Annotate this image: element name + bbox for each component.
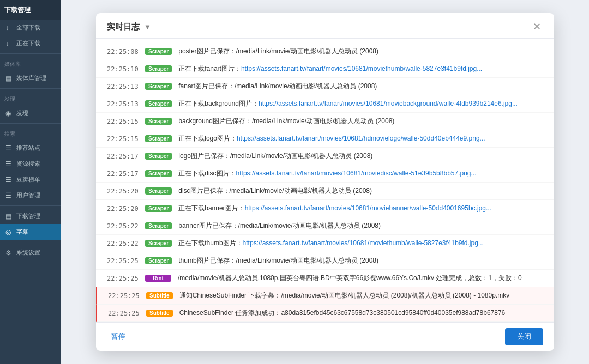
dialog-close-button[interactable]: ✕ <box>531 21 543 33</box>
sidebar-item-label: 发现 <box>16 109 28 117</box>
log-link[interactable]: https://assets.fanart.tv/fanart/movies/1… <box>243 239 484 247</box>
close-action-button[interactable]: 关闭 <box>505 328 543 345</box>
dialog-title-text: 实时日志 <box>107 22 140 32</box>
log-badge: Scraper <box>145 100 172 107</box>
log-row: 22:25:15 Scraper 正在下载logo图片：https://asse… <box>96 130 554 148</box>
pause-button[interactable]: 暂停 <box>107 330 130 344</box>
filter-icon[interactable]: ▼ <box>144 23 151 31</box>
log-row: 22:25:17 Scraper logo图片已保存：/media/Link/m… <box>96 148 554 165</box>
log-link[interactable]: https://assets.fanart.tv/fanart/movies/1… <box>236 169 477 177</box>
sidebar-divider-1 <box>0 53 61 54</box>
log-badge: Scraper <box>145 83 172 90</box>
subtitle-icon: ◎ <box>5 228 13 236</box>
dialog-title: 实时日志 ▼ <box>107 22 151 32</box>
sidebar-item-download-mgmt[interactable]: ▤ 下载管理 <box>0 208 61 224</box>
main-area: 实时日志 ▼ ✕ 22:24:37 Scraper 正在生成电影NFO文件：机器… <box>61 0 589 364</box>
sidebar-item-label: 豆瓣榜单 <box>16 175 40 184</box>
log-badge: Scraper <box>145 187 172 195</box>
download-mgmt-icon: ▤ <box>5 213 13 220</box>
log-badge: Subtitle <box>146 292 173 299</box>
log-time: 22:25:15 <box>107 118 139 125</box>
log-badge: Scraper <box>145 240 172 247</box>
sidebar-item-downloading[interactable]: ↓ 正在下载 <box>0 35 61 51</box>
log-text: /media/movie/机器人总动员.1080p.国英台粤四语.BD中英双字6… <box>178 274 543 283</box>
sidebar-divider-3 <box>0 123 61 124</box>
log-badge: Scraper <box>145 170 172 177</box>
resource-search-icon: ☰ <box>5 160 13 168</box>
log-badge: Scraper <box>145 65 172 72</box>
log-link[interactable]: https://assets.fanart.tv/fanart/movies/1… <box>241 65 482 72</box>
log-row: 22:25:13 Scraper fanart图片已保存：/media/Link… <box>96 78 554 95</box>
sidebar-section-discover: 发现 <box>0 91 61 105</box>
log-badge: Subtitle <box>146 310 173 317</box>
sidebar-item-label: 资源搜索 <box>16 160 40 168</box>
log-link[interactable]: https://assets.fanart.tv/fanart/movies/1… <box>259 100 518 107</box>
sidebar-item-user-mgmt[interactable]: ☰ 用户管理 <box>0 187 61 203</box>
log-text: 正在下载logo图片：https://assets.fanart.tv/fana… <box>178 134 543 143</box>
log-time: 22:25:22 <box>107 240 139 247</box>
sidebar-item-discover[interactable]: ◉ 发现 <box>0 105 61 121</box>
recommend-sites-icon: ☰ <box>5 144 13 152</box>
log-time: 22:25:20 <box>107 205 139 213</box>
log-row: 22:25:08 Scraper poster图片已保存：/media/Link… <box>96 43 554 60</box>
sidebar: 下载管理 ↓ 全部下载 ↓ 正在下载 媒体库 ▤ 媒体库管理 发现 ◉ 发现 搜… <box>0 0 61 364</box>
log-badge: Scraper <box>145 222 172 229</box>
log-time: 22:25:20 <box>107 187 139 195</box>
log-row: 22:25:25 Subtitle 通知ChineseSubFinder 下载字… <box>96 287 554 305</box>
log-row: 22:25:25 Subtitle ChineseSubFinder 任务添加成… <box>96 305 554 322</box>
log-time: 22:25:25 <box>107 275 139 282</box>
log-text: 通知ChineseSubFinder 下载字幕：/media/movie/动画电… <box>179 291 543 300</box>
sidebar-item-label: 字幕 <box>16 228 28 236</box>
log-table: 22:24:37 Scraper 正在生成电影NFO文件：机器人总动员 (200… <box>96 39 554 322</box>
sidebar-item-download-all[interactable]: ↓ 全部下载 <box>0 20 61 35</box>
log-row: 22:25:17 Scraper 正在下载disc图片：https://asse… <box>96 165 554 183</box>
sidebar-item-label: 系统设置 <box>16 248 40 257</box>
log-row: 22:25:20 Scraper 正在下载banner图片：https://as… <box>96 200 554 217</box>
sidebar-item-label: 全部下载 <box>16 23 40 32</box>
realtime-log-dialog: 实时日志 ▼ ✕ 22:24:37 Scraper 正在生成电影NFO文件：机器… <box>96 13 554 351</box>
sidebar-item-label: 正在下载 <box>16 39 40 47</box>
log-badge: Scraper <box>145 153 172 160</box>
log-time: 22:25:25 <box>107 257 139 265</box>
dialog-header: 实时日志 ▼ ✕ <box>96 13 554 39</box>
sidebar-section-search: 搜索 <box>0 126 61 140</box>
log-text: 正在下载thumb图片：https://assets.fanart.tv/fan… <box>178 239 543 248</box>
log-link[interactable]: https://assets.fanart.tv/fanart/movies/1… <box>237 135 485 142</box>
log-text: 正在下载disc图片：https://assets.fanart.tv/fana… <box>178 169 543 178</box>
sidebar-divider-4 <box>0 205 61 206</box>
media-mgmt-icon: ▤ <box>5 75 13 82</box>
log-badge: Scraper <box>145 118 172 125</box>
sidebar-item-douban[interactable]: ☰ 豆瓣榜单 <box>0 172 61 187</box>
log-time: 22:25:13 <box>107 100 139 108</box>
log-text: 正在下载banner图片：https://assets.fanart.tv/fa… <box>178 204 543 213</box>
log-time: 22:25:10 <box>107 65 139 73</box>
user-mgmt-icon: ☰ <box>5 192 13 199</box>
log-text: banner图片已保存：/media/Link/movie/动画电影/机器人总动… <box>178 221 543 230</box>
log-link[interactable]: https://assets.fanart.tv/fanart/movies/1… <box>245 204 491 212</box>
sidebar-item-settings[interactable]: ⚙ 系统设置 <box>0 245 61 260</box>
log-text: logo图片已保存：/media/Link/movie/动画电影/机器人总动员 … <box>178 151 543 161</box>
sidebar-header: 下载管理 <box>0 0 61 20</box>
log-row: 22:25:25 Scraper thumb图片已保存：/media/Link/… <box>96 252 554 270</box>
log-text: fanart图片已保存：/media/Link/movie/动画电影/机器人总动… <box>178 82 543 91</box>
log-time: 22:25:13 <box>107 83 139 90</box>
app-title: 下载管理 <box>4 5 31 15</box>
log-row: 22:25:06 Scraper 正在下载poster图片：https://im… <box>96 39 554 43</box>
log-row: 22:25:22 Scraper banner图片已保存：/media/Link… <box>96 217 554 235</box>
sidebar-divider-5 <box>0 242 61 242</box>
log-time: 22:25:17 <box>107 170 139 178</box>
sidebar-item-label: 用户管理 <box>16 191 40 199</box>
log-row: 22:25:15 Scraper background图片已保存：/media/… <box>96 113 554 130</box>
log-text: background图片已保存：/media/Link/movie/动画电影/机… <box>178 117 543 126</box>
log-time: 22:25:08 <box>107 48 139 56</box>
log-row: 22:25:25 Rmt /media/movie/机器人总动员.1080p.国… <box>96 270 554 287</box>
sidebar-item-subtitle[interactable]: ◎ 字幕 <box>0 224 61 240</box>
log-row: 22:25:20 Scraper disc图片已保存：/media/Link/m… <box>96 183 554 200</box>
sidebar-item-label: 推荐站点 <box>16 144 40 152</box>
sidebar-item-media-mgmt[interactable]: ▤ 媒体库管理 <box>0 70 61 86</box>
dialog-footer: 暂停 关闭 <box>96 322 554 351</box>
sidebar-item-resource-search[interactable]: ☰ 资源搜索 <box>0 156 61 172</box>
sidebar-item-recommend-sites[interactable]: ☰ 推荐站点 <box>0 140 61 156</box>
downloading-icon: ↓ <box>5 40 13 47</box>
download-all-icon: ↓ <box>5 24 13 32</box>
